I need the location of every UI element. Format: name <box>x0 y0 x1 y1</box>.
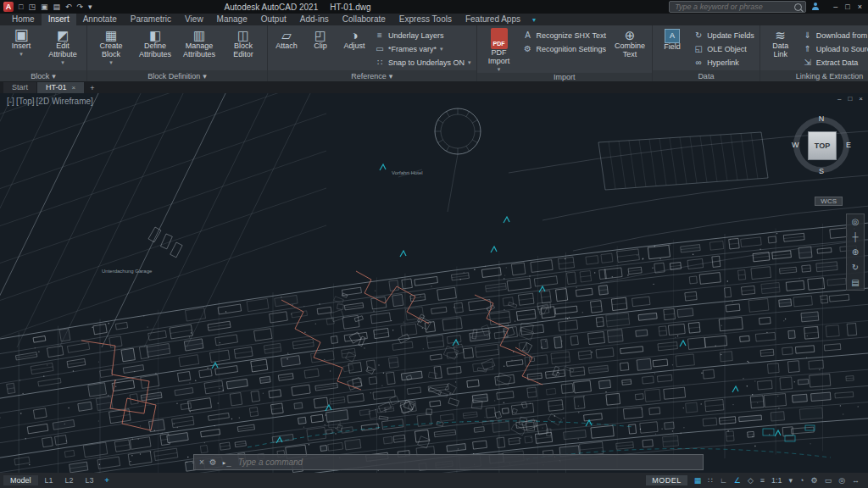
viewcube-top-face[interactable]: TOP <box>808 131 837 160</box>
navigation-wheel-icon[interactable]: ◎ <box>852 217 860 226</box>
panel-data-label[interactable]: Data <box>653 70 760 81</box>
manage-attributes-button[interactable]: ▥ Manage Attributes <box>178 27 220 70</box>
clean-screen-icon[interactable]: ↔ <box>852 476 860 485</box>
insert-block-button[interactable]: ▣ Insert ▾ <box>3 27 40 70</box>
file-tab-ht01[interactable]: HT-01 × <box>37 82 84 93</box>
download-from-source-button[interactable]: ⇓ Download from Source <box>800 29 868 42</box>
panel-import-label[interactable]: Import <box>477 73 653 81</box>
viewcube-north[interactable]: N <box>819 114 825 123</box>
upload-to-source-button[interactable]: ⇑ Upload to Source <box>800 42 868 55</box>
viewcube-south[interactable]: S <box>819 167 824 175</box>
new-layout-button[interactable]: + <box>101 476 114 485</box>
wcs-dropdown[interactable]: WCS <box>815 197 843 206</box>
save-file-icon[interactable]: ▣ <box>41 3 48 11</box>
drawing-canvas[interactable]: Vorfahrt HotelUnterdachung Garage [-] [T… <box>0 93 868 473</box>
scale-caret-icon[interactable]: ▾ <box>789 476 793 485</box>
underlay-layers-button[interactable]: ≡ Underlay Layers <box>372 29 474 42</box>
viewport-minimize-control[interactable]: [-] <box>7 97 14 106</box>
ole-object-button[interactable]: ◱ OLE Object <box>691 42 757 55</box>
annotation-scale-button[interactable]: 1:1 <box>771 476 782 485</box>
viewport-view-control[interactable]: [Top] <box>16 97 35 106</box>
pdf-import-button[interactable]: PDF PDF Import ▾ <box>480 27 519 73</box>
snap-mode-icon[interactable]: ∷ <box>708 476 713 485</box>
snap-to-underlays-button[interactable]: ∷ Snap to Underlays ON ▾ <box>372 56 474 69</box>
showmotion-icon[interactable]: ▤ <box>851 278 859 287</box>
file-tab-start[interactable]: Start <box>3 82 36 93</box>
adjust-button[interactable]: ◑ Adjust <box>338 27 370 70</box>
open-file-icon[interactable]: ◳ <box>28 3 36 11</box>
graphics-performance-icon[interactable]: ◎ <box>838 476 845 485</box>
annotation-visibility-icon[interactable]: ◔ <box>799 476 804 485</box>
tab-home[interactable]: Home <box>5 14 42 25</box>
viewcube-west[interactable]: W <box>792 141 799 149</box>
lineweight-icon[interactable]: ≡ <box>760 476 765 485</box>
redo-icon[interactable]: ↷ <box>77 3 84 11</box>
attach-button[interactable]: ▱ Attach <box>270 27 303 70</box>
drawing-minimize-icon[interactable]: – <box>837 95 841 103</box>
ortho-icon[interactable]: ∟ <box>720 476 727 485</box>
app-menu-button[interactable]: A <box>3 2 14 12</box>
tab-annotate[interactable]: Annotate <box>76 14 124 25</box>
maximize-button[interactable]: □ <box>845 3 849 11</box>
clip-button[interactable]: ◰ Clip <box>304 27 337 70</box>
panel-linking-extraction-label[interactable]: Linking & Extraction <box>760 70 868 81</box>
undo-icon[interactable]: ↶ <box>65 3 72 11</box>
tab-collaborate[interactable]: Collaborate <box>336 14 392 25</box>
command-input[interactable] <box>236 457 698 468</box>
new-file-icon[interactable]: □ <box>19 3 23 11</box>
field-button[interactable]: A Field <box>655 27 689 70</box>
minimize-button[interactable]: – <box>833 3 837 11</box>
ribbon-options-caret-icon[interactable]: ▾ <box>527 15 541 25</box>
panel-block-definition-label[interactable]: Block Definition ▾ <box>87 70 267 81</box>
command-line[interactable]: × ⚙ ▸_ <box>193 454 704 470</box>
tab-express-tools[interactable]: Express Tools <box>392 14 459 25</box>
layout-tab-l2[interactable]: L2 <box>60 475 79 485</box>
recognize-shx-text-button[interactable]: A Recognize SHX Text <box>520 29 609 42</box>
close-button[interactable]: × <box>858 3 862 11</box>
site-plan-drawing[interactable]: Vorfahrt HotelUnterdachung Garage <box>0 93 868 473</box>
search-box[interactable] <box>669 1 806 13</box>
orbit-icon[interactable]: ↻ <box>852 263 859 272</box>
search-icon[interactable] <box>794 3 802 11</box>
file-tab-close-icon[interactable]: × <box>72 84 76 92</box>
data-link-button[interactable]: ≋ Data Link <box>763 27 798 70</box>
tab-view[interactable]: View <box>178 14 210 25</box>
panel-reference-label[interactable]: Reference ▾ <box>268 70 476 81</box>
extract-data-button[interactable]: ⇲ Extract Data <box>800 56 868 69</box>
isolate-objects-icon[interactable]: ▭ <box>825 476 832 485</box>
edit-attribute-button[interactable]: ◩ Edit Attribute ▾ <box>42 27 84 70</box>
panel-block-label[interactable]: Block ▾ <box>0 70 86 81</box>
define-attributes-button[interactable]: ◧ Define Attributes <box>134 27 176 70</box>
tab-manage[interactable]: Manage <box>210 14 254 25</box>
frames-vary-button[interactable]: ▭ *Frames vary* ▾ <box>372 42 474 55</box>
recognition-settings-button[interactable]: ⚙ Recognition Settings <box>520 42 609 55</box>
hyperlink-button[interactable]: ∞ Hyperlink <box>691 56 757 69</box>
model-tab[interactable]: Model <box>3 475 38 485</box>
tab-output[interactable]: Output <box>254 14 293 25</box>
grid-icon[interactable]: ▦ <box>694 476 702 485</box>
qat-caret-icon[interactable]: ▾ <box>88 3 92 11</box>
viewport-visual-style-control[interactable]: [2D Wireframe] <box>36 97 93 106</box>
workspace-gear-icon[interactable]: ⚙ <box>811 476 818 485</box>
drawing-restore-icon[interactable]: □ <box>848 95 852 103</box>
pan-icon[interactable]: ┼ <box>852 232 858 241</box>
tab-parametric[interactable]: Parametric <box>124 14 178 25</box>
drawing-close-icon[interactable]: × <box>859 95 863 103</box>
create-block-button[interactable]: ▦ Create Block ▾ <box>90 27 132 70</box>
layout-tab-l3[interactable]: L3 <box>81 475 99 485</box>
tab-insert[interactable]: Insert <box>42 14 76 25</box>
object-snap-icon[interactable]: ◇ <box>748 476 754 485</box>
sign-in-icon[interactable] <box>811 3 820 11</box>
update-fields-button[interactable]: ↻ Update Fields <box>691 29 757 42</box>
viewcube-east[interactable]: E <box>846 141 851 149</box>
search-input[interactable] <box>673 2 791 12</box>
new-drawing-tab-button[interactable]: + <box>85 84 99 93</box>
layout-tab-l1[interactable]: L1 <box>40 475 58 485</box>
combine-text-button[interactable]: ⊕ Combine Text <box>610 27 649 73</box>
tab-add-ins[interactable]: Add-ins <box>293 14 336 25</box>
polar-tracking-icon[interactable]: ∠ <box>734 476 741 485</box>
model-space-toggle[interactable]: MODEL <box>646 475 687 485</box>
command-close-icon[interactable]: × <box>199 458 204 467</box>
plot-icon[interactable]: ▤ <box>53 3 60 11</box>
zoom-icon[interactable]: ⊕ <box>852 247 859 257</box>
